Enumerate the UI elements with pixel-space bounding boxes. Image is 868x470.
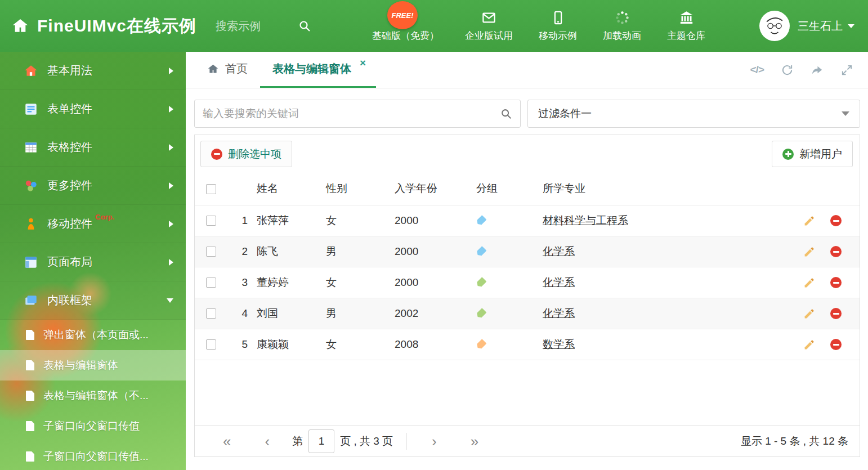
last-page-button[interactable] <box>471 434 478 449</box>
current-page-input[interactable] <box>308 429 334 453</box>
select-all-checkbox[interactable] <box>206 184 216 194</box>
major-link[interactable]: 数学系 <box>543 338 575 350</box>
gender-cell: 女 <box>326 205 395 236</box>
tag-icon <box>475 214 487 226</box>
file-icon <box>26 391 34 401</box>
add-user-button[interactable]: 新增用户 <box>772 141 853 167</box>
next-page-button[interactable] <box>432 434 437 449</box>
fullscreen-icon[interactable] <box>840 64 853 77</box>
sidebar-item-basic-usage[interactable]: 基本用法 <box>0 52 186 90</box>
keyword-search-input[interactable] <box>203 108 500 120</box>
sidebar-item-grid-controls[interactable]: 表格控件 <box>0 128 186 167</box>
user-menu[interactable]: 三生石上 <box>759 11 854 41</box>
row-checkbox[interactable] <box>206 247 216 257</box>
view-source-icon[interactable] <box>750 64 764 76</box>
close-icon[interactable] <box>360 57 366 69</box>
delete-row-icon[interactable] <box>830 339 842 350</box>
header-search <box>216 19 311 33</box>
chevron-right-icon <box>169 68 173 74</box>
sidebar-subitem-popup-window[interactable]: 弹出窗体（本页面或... <box>0 320 186 350</box>
nav-label: 加载动画 <box>603 29 641 42</box>
delete-selected-button[interactable]: 删除选中项 <box>200 141 292 167</box>
delete-row-icon[interactable] <box>830 246 842 257</box>
name-cell: 张萍萍 <box>257 205 326 236</box>
form-icon <box>24 102 38 117</box>
tab-grid-edit-window[interactable]: 表格与编辑窗体 <box>260 52 376 88</box>
nav-item-theme-store[interactable]: 主题仓库 <box>667 10 705 42</box>
spinner-icon <box>615 10 630 25</box>
delete-row-icon[interactable] <box>830 308 842 319</box>
table-row[interactable]: 2 陈飞 男 2000 化学系 <box>195 236 860 267</box>
edit-icon[interactable] <box>803 339 815 351</box>
row-checkbox[interactable] <box>206 339 216 350</box>
sidebar-subitem-grid-edit-window[interactable]: 表格与编辑窗体 <box>0 350 186 381</box>
table-row[interactable]: 4 刘国 男 2002 化学系 <box>195 298 860 329</box>
file-icon <box>26 360 34 370</box>
share-icon[interactable] <box>811 64 824 77</box>
nav-label: 移动示例 <box>539 29 577 42</box>
table-header-row: 姓名 性别 入学年份 分组 所学专业 <box>195 173 860 205</box>
delete-row-icon[interactable] <box>830 215 842 226</box>
filter-row: 过滤条件一 <box>194 100 860 128</box>
row-number: 1 <box>227 205 257 236</box>
main-content: 首页 表格与编辑窗体 过滤条件一 <box>186 52 868 470</box>
delete-row-icon[interactable] <box>830 277 842 288</box>
tag-icon <box>475 307 487 319</box>
major-link[interactable]: 化学系 <box>543 307 575 319</box>
prev-page-button[interactable] <box>265 434 270 449</box>
sidebar-item-more-controls[interactable]: 更多控件 <box>0 167 186 205</box>
sidebar-subitem-child-to-parent[interactable]: 子窗口向父窗口传值 <box>0 411 186 441</box>
username: 三生石上 <box>798 19 854 34</box>
name-cell: 刘国 <box>257 298 326 329</box>
table-row[interactable]: 5 康颖颖 女 2008 数学系 <box>195 329 860 360</box>
sidebar-item-iframe[interactable]: 内联框架 <box>0 281 186 320</box>
row-checkbox[interactable] <box>206 308 216 319</box>
nav-item-enterprise-trial[interactable]: 企业版试用 <box>465 10 513 42</box>
sidebar-item-form-controls[interactable]: 表单控件 <box>0 90 186 128</box>
row-checkbox[interactable] <box>206 277 216 288</box>
record-summary: 显示 1 - 5 条 , 共 12 条 <box>741 434 848 449</box>
nav-item-mobile-demo[interactable]: 移动示例 <box>539 10 577 42</box>
sidebar-subitem-child-to-parent-alt[interactable]: 子窗口向父窗口传值... <box>0 441 186 470</box>
edit-icon[interactable] <box>803 308 815 320</box>
col-year: 入学年份 <box>395 173 476 205</box>
filter-dropdown-value: 过滤条件一 <box>538 106 592 121</box>
nav-label: 企业版试用 <box>465 29 513 42</box>
edit-icon[interactable] <box>803 277 815 289</box>
avatar <box>759 11 790 41</box>
chevron-right-icon <box>169 259 173 266</box>
grid-toolbar: 删除选中项 新增用户 <box>195 135 860 173</box>
major-link[interactable]: 材料科学与工程系 <box>543 214 628 226</box>
refresh-icon[interactable] <box>781 64 794 77</box>
app-logo[interactable]: FineUIMvc在线示例 <box>11 15 196 38</box>
chevron-down-icon <box>167 298 173 303</box>
major-link[interactable]: 化学系 <box>543 245 575 257</box>
pagination-bar: 第 页 , 共 3 页 显示 1 - 5 条 , 共 12 条 <box>195 425 860 456</box>
edit-icon[interactable] <box>803 215 815 227</box>
row-checkbox[interactable] <box>206 216 216 226</box>
major-link[interactable]: 化学系 <box>543 276 575 288</box>
tab-home[interactable]: 首页 <box>195 52 260 88</box>
sidebar-item-page-layout[interactable]: 页面布局 <box>0 243 186 281</box>
nav-label: 主题仓库 <box>667 29 705 42</box>
keyword-search-box <box>194 100 521 128</box>
col-row-number <box>227 173 257 205</box>
filter-dropdown[interactable]: 过滤条件一 <box>527 100 860 128</box>
name-cell: 陈飞 <box>257 236 326 267</box>
sidebar-item-mobile-controls[interactable]: 移动控件 Corp. <box>0 205 186 243</box>
header-search-input[interactable] <box>216 20 294 33</box>
table-row[interactable]: 3 董婷婷 女 2000 化学系 <box>195 267 860 298</box>
gender-cell: 女 <box>326 329 395 360</box>
table-row[interactable]: 1 张萍萍 女 2000 材料科学与工程系 <box>195 205 860 236</box>
edit-icon[interactable] <box>803 246 815 258</box>
sidebar-subitem-grid-edit-window-alt[interactable]: 表格与编辑窗体（不... <box>0 381 186 411</box>
year-cell: 2000 <box>395 236 476 267</box>
users-table: 姓名 性别 入学年份 分组 所学专业 1 张萍萍 女 2000 <box>195 173 860 360</box>
search-icon[interactable] <box>298 19 311 33</box>
nav-item-loading-animation[interactable]: 加载动画 <box>603 10 641 42</box>
first-page-button[interactable] <box>223 434 231 449</box>
grid-panel: 删除选中项 新增用户 姓名 性别 入学年份 分组 所学专业 <box>194 135 860 457</box>
row-number: 5 <box>227 329 257 360</box>
search-icon[interactable] <box>500 108 512 120</box>
chevron-right-icon <box>169 144 173 151</box>
